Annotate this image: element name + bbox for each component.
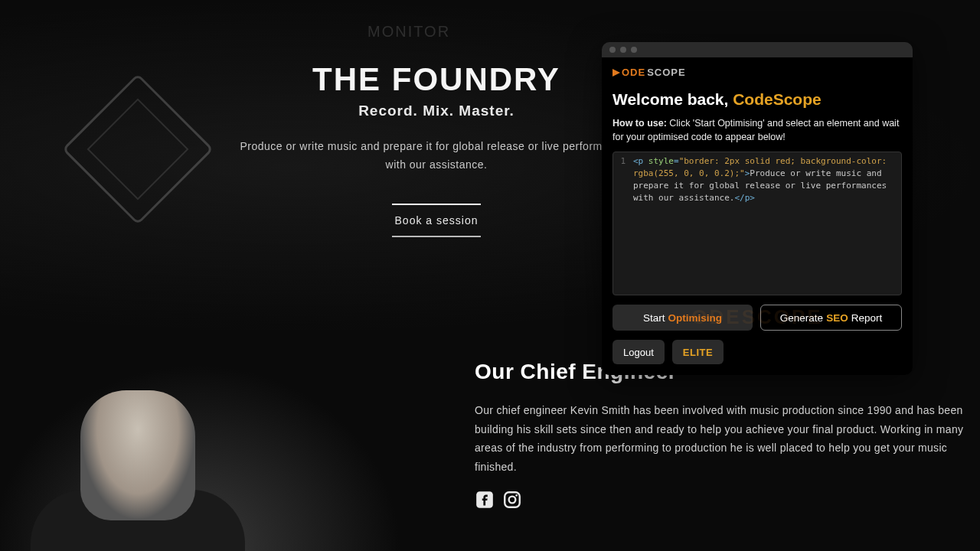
svg-point-3 (515, 494, 518, 497)
brand-part1: ODE (622, 67, 645, 78)
engineer-head (80, 390, 195, 520)
svg-rect-1 (505, 492, 520, 507)
instagram-icon[interactable] (502, 490, 522, 510)
social-links (475, 490, 965, 510)
bg-monitor-text: MONITOR (368, 23, 450, 41)
brand-arrow-icon (612, 69, 620, 77)
logout-button[interactable]: Logout (612, 340, 665, 364)
svg-point-2 (509, 497, 516, 504)
hero-subtitle: Record. Mix. Master. (237, 103, 635, 119)
generate-seo-report-button[interactable]: GenerateSEOReport (760, 305, 902, 331)
engineer-photo (0, 333, 436, 551)
welcome-heading: Welcome back, CodeScope (612, 90, 902, 109)
welcome-prefix: Welcome back, (612, 90, 733, 108)
hero-content: THE FOUNDRY Record. Mix. Master. Produce… (237, 61, 635, 237)
popup-body: ODESCOPE Welcome back, CodeScope How to … (602, 57, 913, 375)
book-session-button[interactable]: Book a session (392, 204, 482, 237)
traffic-light-max[interactable] (631, 47, 637, 53)
traffic-light-close[interactable] (609, 47, 616, 53)
elite-badge-button[interactable]: ELITE (672, 340, 724, 364)
code-output[interactable]: 1 <p style="border: 2px solid red; backg… (612, 152, 902, 295)
start-prefix: Start (643, 312, 665, 324)
hero-title: THE FOUNDRY (237, 61, 635, 98)
facebook-icon[interactable] (475, 490, 495, 510)
start-optimising-button[interactable]: StartOptimising (612, 305, 753, 331)
howto-label: How to use: (612, 118, 667, 129)
traffic-light-min[interactable] (620, 47, 626, 53)
code-line-number: 1 (618, 155, 626, 292)
start-highlight: Optimising (668, 312, 723, 324)
bg-logo-diamond (62, 73, 214, 225)
engineer-body: Our chief engineer Kevin Smith has been … (475, 401, 965, 476)
popup-secondary-actions: Logout ELITE (612, 340, 902, 364)
how-to-use: How to use: Click 'Start Optimising' and… (612, 116, 902, 144)
code-content: <p style="border: 2px solid red; backgro… (633, 155, 897, 292)
hero-description: Produce or write music and prepare it fo… (237, 138, 635, 174)
welcome-username: CodeScope (733, 90, 822, 108)
gen-suffix: Report (851, 312, 883, 324)
brand-part2: SCOPE (647, 67, 686, 78)
popup-primary-actions: StartOptimising GenerateSEOReport (612, 305, 902, 331)
codescope-brand: ODESCOPE (612, 67, 902, 78)
gen-prefix: Generate (780, 312, 823, 324)
gen-highlight: SEO (826, 312, 848, 324)
popup-titlebar[interactable] (602, 42, 913, 57)
codescope-popup: ODESCOPE Welcome back, CodeScope How to … (602, 42, 913, 375)
